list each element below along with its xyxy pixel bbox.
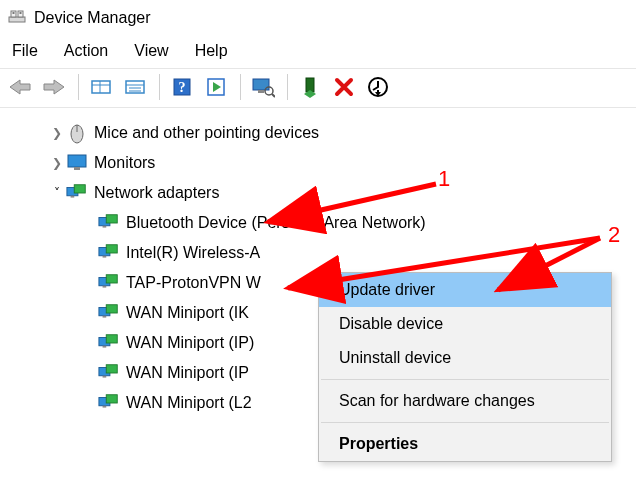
svg-rect-40 [103,316,107,318]
uninstall-button[interactable] [328,71,360,103]
ctx-update-driver[interactable]: Update driver [319,273,611,307]
back-button[interactable] [4,71,36,103]
svg-rect-42 [106,335,117,343]
tree-item-network-child[interactable]: Bluetooth Device (Personal Area Network) [16,208,632,238]
tree-item-mice[interactable]: ❯ Mice and other pointing devices [16,118,632,148]
ctx-uninstall-device[interactable]: Uninstall device [319,341,611,375]
expander-icon[interactable]: ˅ [48,186,66,200]
svg-rect-48 [106,395,117,403]
tree-item-label: WAN Miniport (IP) [126,334,254,352]
network-adapter-icon [98,213,120,233]
network-adapter-icon [98,303,120,323]
svg-rect-5 [92,81,110,93]
network-adapter-icon [98,273,120,293]
title-bar: Device Manager [0,0,636,36]
svg-rect-45 [106,365,117,373]
enable-button[interactable] [294,71,326,103]
properties-button[interactable] [119,71,151,103]
forward-button[interactable] [38,71,70,103]
tree-item-label: WAN Miniport (IP [126,364,249,382]
toolbar-separator [159,74,160,100]
toolbar-separator [287,74,288,100]
svg-rect-36 [106,275,117,283]
expander-icon[interactable]: ❯ [48,156,66,170]
expander-icon[interactable]: ❯ [48,126,66,140]
toolbar-separator [78,74,79,100]
action-button[interactable] [200,71,232,103]
svg-line-18 [272,94,275,97]
svg-rect-25 [74,167,80,170]
window-title: Device Manager [34,9,151,27]
ctx-properties[interactable]: Properties [319,427,611,461]
menu-help[interactable]: Help [189,40,242,62]
ctx-disable-device[interactable]: Disable device [319,307,611,341]
tree-item-monitors[interactable]: ❯ Monitors [16,148,632,178]
network-adapter-icon [66,183,88,203]
monitor-icon [66,153,88,173]
network-adapter-icon [98,243,120,263]
menu-bar: File Action View Help [0,36,636,68]
tree-item-label: Intel(R) Wireless-A [126,244,260,262]
scan-button[interactable] [247,71,279,103]
app-icon [8,9,26,27]
disable-button[interactable] [362,71,394,103]
show-hidden-button[interactable] [85,71,117,103]
tree-item-network-child[interactable]: Intel(R) Wireless-A [16,238,632,268]
network-adapter-icon [98,363,120,383]
svg-rect-30 [106,215,117,223]
menu-action[interactable]: Action [58,40,122,62]
svg-rect-31 [103,226,107,228]
help-button[interactable]: ? [166,71,198,103]
tree-item-label: Mice and other pointing devices [94,124,319,142]
toolbar-separator [240,74,241,100]
svg-rect-34 [103,256,107,258]
ctx-separator [321,379,609,380]
svg-rect-46 [103,376,107,378]
tree-item-label: Network adapters [94,184,219,202]
tree-item-label: Bluetooth Device (Personal Area Network) [126,214,426,232]
menu-view[interactable]: View [128,40,182,62]
svg-rect-27 [74,185,85,193]
svg-rect-16 [258,90,264,93]
tree-item-label: WAN Miniport (L2 [126,394,252,412]
svg-rect-28 [71,196,75,198]
context-menu: Update driver Disable device Uninstall d… [318,272,612,462]
tree-item-label: Monitors [94,154,155,172]
svg-rect-37 [103,286,107,288]
mouse-icon [66,122,88,144]
menu-file[interactable]: File [6,40,52,62]
svg-rect-4 [20,12,22,14]
ctx-scan-hardware[interactable]: Scan for hardware changes [319,384,611,418]
tree-item-label: WAN Miniport (IK [126,304,249,322]
network-adapter-icon [98,393,120,413]
tree-item-label: TAP-ProtonVPN W [126,274,261,292]
svg-rect-39 [106,305,117,313]
svg-rect-49 [103,406,107,408]
svg-text:?: ? [179,80,186,95]
svg-rect-19 [306,78,314,92]
svg-rect-0 [9,17,25,22]
svg-rect-43 [103,346,107,348]
tree-item-network-adapters[interactable]: ˅ Network adapters [16,178,632,208]
svg-rect-33 [106,245,117,253]
network-adapter-icon [98,333,120,353]
ctx-separator [321,422,609,423]
toolbar: ? [0,68,636,108]
svg-rect-3 [13,12,15,14]
svg-rect-24 [68,155,86,167]
